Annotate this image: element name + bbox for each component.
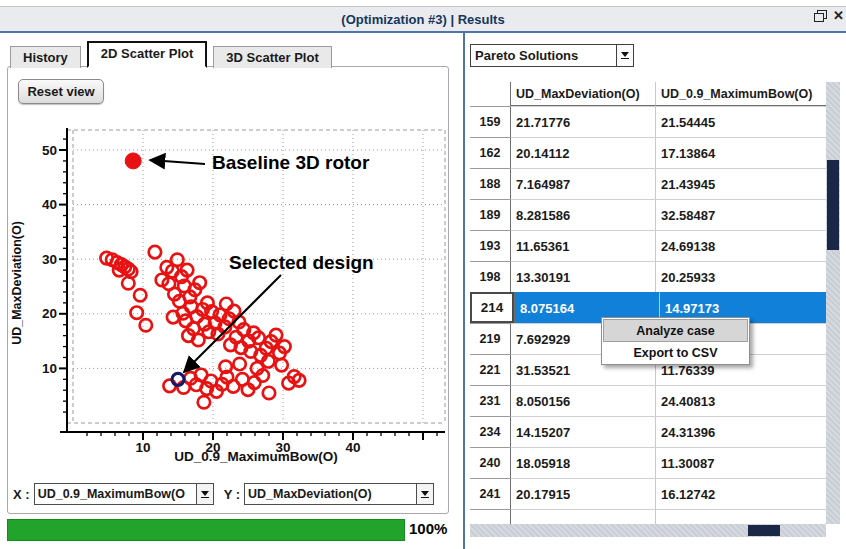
panel-divider [463, 33, 465, 549]
table-row[interactable]: 15921.7177621.54445 [470, 106, 826, 137]
titlebar-accent-line [0, 31, 846, 33]
cell-maxdeviation[interactable]: 21.71776 [510, 106, 655, 137]
tab-bar: History 2D Scatter Plot 3D Scatter Plot [10, 44, 338, 68]
chevron-down-icon[interactable] [416, 484, 433, 504]
table-row[interactable]: 24120.1791516.12742 [470, 478, 826, 509]
y-variable-select[interactable]: UD_MaxDeviation(O) [244, 483, 434, 505]
row-id[interactable]: 219 [470, 323, 510, 354]
table-row[interactable]: 16220.1411217.13864 [470, 137, 826, 168]
row-id[interactable]: 188 [470, 168, 510, 199]
cell-maxdeviation[interactable]: 8.050156 [510, 385, 655, 416]
tab-2d-scatter-plot[interactable]: 2D Scatter Plot [87, 41, 207, 68]
window-titlebar: (Optimization #3) | Results [0, 6, 846, 32]
table-row[interactable]: 2318.05015624.40813 [470, 385, 826, 416]
float-window-icon[interactable] [814, 10, 827, 22]
row-id[interactable]: 193 [470, 230, 510, 261]
cell-maxdeviation[interactable]: 8.281586 [510, 199, 655, 230]
cell-maximumbow[interactable]: 17.13864 [655, 137, 826, 168]
row-id[interactable]: 221 [470, 354, 510, 385]
cell-maximumbow[interactable]: 32.58487 [655, 199, 826, 230]
cell-maximumbow[interactable]: 24.40813 [655, 385, 826, 416]
cell-maximumbow[interactable]: 21.54445 [655, 106, 826, 137]
pareto-table: UD_MaxDeviation(O) UD_0.9_MaximumBow(O) … [470, 82, 826, 524]
table-body: 15921.7177621.5444516220.1411217.1386418… [470, 106, 826, 524]
cell-maximumbow[interactable]: 24.69138 [655, 230, 826, 261]
horizontal-scrollbar-thumb[interactable] [748, 525, 780, 536]
cell-maximumbow[interactable]: 24.31396 [655, 416, 826, 447]
table-row[interactable]: 1887.16498721.43945 [470, 168, 826, 199]
cell-maxdeviation[interactable]: 18.05918 [510, 447, 655, 478]
table-row[interactable]: 19813.3019120.25933 [470, 261, 826, 292]
table-row[interactable]: 19311.6536124.69138 [470, 230, 826, 261]
progress-percent: 100% [409, 520, 447, 537]
cell-maxdeviation[interactable]: 7.164987 [510, 168, 655, 199]
table-row-empty [470, 509, 826, 524]
progress-bar [7, 519, 405, 541]
chevron-down-icon[interactable] [196, 484, 213, 504]
window-title: (Optimization #3) | Results [341, 12, 504, 27]
cell-maxdeviation[interactable]: 11.65361 [510, 230, 655, 261]
horizontal-scrollbar[interactable] [470, 524, 826, 537]
column-header-maximumbow[interactable]: UD_0.9_MaximumBow(O) [655, 82, 826, 106]
solutions-filter-select[interactable]: Pareto Solutions [470, 44, 634, 67]
row-id[interactable]: 189 [470, 199, 510, 230]
close-icon[interactable]: ✕ [833, 10, 844, 22]
context-menu: Analyze case Export to CSV [601, 317, 750, 365]
y-selector-label: Y : [224, 487, 240, 502]
cell-maxdeviation[interactable]: 14.15207 [510, 416, 655, 447]
axis-selectors: X : UD_0.9_MaximumBow(O Y : UD_MaxDeviat… [13, 483, 434, 505]
row-id[interactable]: 241 [470, 478, 510, 509]
cell-maximumbow[interactable]: 16.12742 [655, 478, 826, 509]
x-variable-select[interactable]: UD_0.9_MaximumBow(O [34, 483, 214, 505]
cell-maximumbow[interactable]: 21.43945 [655, 168, 826, 199]
tab-3d-scatter-plot[interactable]: 3D Scatter Plot [213, 46, 331, 68]
row-id[interactable]: 240 [470, 447, 510, 478]
cell-maximumbow[interactable]: 11.30087 [655, 447, 826, 478]
cell-maxdeviation[interactable]: 20.17915 [510, 478, 655, 509]
menu-item-analyze-case[interactable]: Analyze case [603, 319, 748, 342]
table-header-row: UD_MaxDeviation(O) UD_0.9_MaximumBow(O) [470, 82, 826, 106]
column-header-maxdeviation[interactable]: UD_MaxDeviation(O) [510, 82, 655, 106]
table-row[interactable]: 1898.28158632.58487 [470, 199, 826, 230]
reset-view-button[interactable]: Reset view [18, 79, 104, 104]
table-corner [470, 82, 510, 106]
cell-maximumbow[interactable]: 20.25933 [655, 261, 826, 292]
row-id[interactable]: 214 [470, 292, 514, 323]
row-id[interactable]: 159 [470, 106, 510, 137]
cell-maxdeviation[interactable]: 20.14112 [510, 137, 655, 168]
vertical-scrollbar-thumb[interactable] [827, 160, 839, 250]
table-row[interactable]: 23414.1520724.31396 [470, 416, 826, 447]
row-id[interactable]: 234 [470, 416, 510, 447]
cell-maxdeviation[interactable]: 13.30191 [510, 261, 655, 292]
row-id[interactable]: 231 [470, 385, 510, 416]
vertical-scrollbar[interactable] [826, 82, 840, 524]
x-selector-label: X : [13, 487, 30, 502]
row-id[interactable]: 198 [470, 261, 510, 292]
chevron-down-icon[interactable] [616, 45, 633, 66]
menu-item-export-to-csv[interactable]: Export to CSV [603, 342, 748, 363]
tab-history[interactable]: History [10, 46, 81, 68]
scatter-panel [7, 66, 449, 514]
row-id[interactable]: 162 [470, 137, 510, 168]
table-row[interactable]: 24018.0591811.30087 [470, 447, 826, 478]
